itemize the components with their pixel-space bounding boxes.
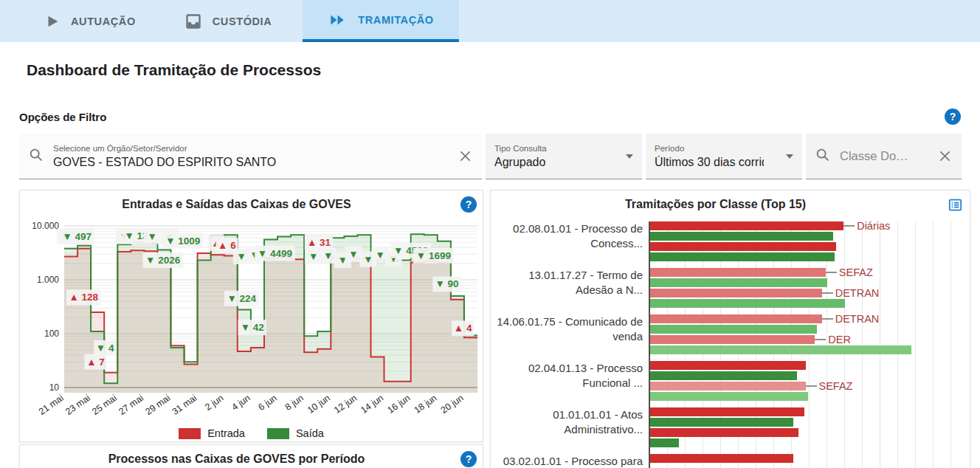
- processos-periodo-card: Processos nas Caixas de GOVES por Períod…: [19, 444, 483, 468]
- bar[interactable]: [650, 252, 835, 261]
- chevron-down-icon: [786, 154, 793, 159]
- bar[interactable]: [650, 325, 817, 334]
- classe-field[interactable]: Classe Do…: [806, 134, 962, 179]
- tab-autuacao[interactable]: AUTUAÇÃO: [27, 0, 153, 42]
- chevron-down-icon: [626, 154, 633, 159]
- clear-icon[interactable]: [937, 148, 953, 164]
- annotation-label: ▼ 4499: [258, 248, 292, 259]
- help-icon[interactable]: ?: [945, 109, 961, 125]
- help-icon[interactable]: ?: [460, 196, 477, 213]
- annotation-label: ▼: [375, 250, 384, 261]
- bar[interactable]: [650, 314, 822, 323]
- bar[interactable]: [650, 371, 797, 380]
- fast-forward-icon: [328, 12, 348, 28]
- clear-icon[interactable]: [458, 148, 473, 164]
- view-list-icon[interactable]: [948, 197, 963, 213]
- x-tick: 4 jun: [230, 393, 252, 413]
- bar-note: DER: [828, 334, 851, 345]
- x-tick: 29 mai: [143, 393, 172, 417]
- x-tick: 14 jun: [359, 393, 385, 416]
- search-icon: [28, 147, 44, 166]
- bar-group: 13.01.17.27 - Termo deAdesão a N...SEFAZ…: [495, 268, 965, 308]
- step-chart: 10.0001.0001001021 mai23 mai25 mai27 mai…: [20, 218, 483, 425]
- annotation-label: ▼: [308, 251, 318, 262]
- annotation-label: ▲ 7: [86, 357, 105, 368]
- tipo-consulta-select[interactable]: Tipo Consulta Agrupado: [486, 134, 642, 179]
- bar[interactable]: [650, 242, 836, 251]
- x-tick: 23 mai: [63, 393, 92, 417]
- category-label: 01.01.01.01 - AtosAdministrativo...: [495, 407, 649, 447]
- annotation-label: ▼ 497: [62, 231, 92, 242]
- bar[interactable]: [650, 428, 798, 437]
- annotation-label: ▼ 4: [96, 343, 114, 354]
- inbox-icon: [184, 13, 202, 30]
- periodo-label: Período: [655, 144, 774, 153]
- note-connector: [843, 225, 855, 227]
- bar[interactable]: [650, 335, 815, 344]
- bar[interactable]: [650, 232, 833, 241]
- note-connector: [822, 318, 833, 320]
- bar[interactable]: [650, 361, 806, 370]
- periodo-value: Últimos 30 dias corridos: [655, 156, 764, 169]
- bar[interactable]: [650, 407, 804, 416]
- orgao-label: Selecione um Órgão/Setor/Servidor: [53, 144, 449, 153]
- bar-group: 14.06.01.75 - Comunicado devendaDETRANDE…: [495, 314, 965, 354]
- note-connector: [822, 292, 833, 294]
- bar-note: SEFAZ: [839, 266, 873, 278]
- category-label: 14.06.01.75 - Comunicado devenda: [495, 314, 649, 354]
- bar[interactable]: [650, 278, 827, 287]
- y-tick: 1.000: [37, 275, 59, 285]
- annotation-label: ▼ 2026: [145, 255, 181, 266]
- help-icon[interactable]: ?: [460, 451, 477, 467]
- x-tick: 10 jun: [306, 393, 332, 416]
- y-tick: 100: [44, 328, 59, 339]
- tab-custodia[interactable]: CUSTÓDIA: [167, 0, 290, 42]
- tipo-consulta-label: Tipo Consulta: [494, 144, 614, 153]
- legend: Entrada Saída: [20, 425, 483, 441]
- orgao-field[interactable]: Selecione um Órgão/Setor/Servidor GOVES …: [19, 134, 482, 179]
- bar[interactable]: [650, 454, 793, 463]
- tab-label: TRAMITAÇÃO: [358, 14, 433, 26]
- search-icon: [815, 147, 831, 166]
- x-tick: 16 jun: [385, 393, 412, 416]
- orgao-value: GOVES - ESTADO DO ESPIRITO SANTO: [53, 156, 449, 169]
- periodo-select[interactable]: Período Últimos 30 dias corridos: [646, 134, 802, 179]
- category-label: 02.04.01.13 - ProcessoFuncional ...: [495, 361, 649, 401]
- x-tick: 8 jun: [283, 393, 306, 413]
- y-tick: 10.000: [32, 221, 59, 231]
- annotation-label: ▼: [363, 254, 373, 265]
- tipo-consulta-value: Agrupado: [494, 156, 604, 169]
- filter-section-title: Opções de Filtro: [19, 111, 106, 123]
- x-tick: 20 jun: [439, 393, 466, 416]
- annotation-label: ▼: [348, 249, 358, 260]
- play-icon: [44, 13, 61, 30]
- legend-label: Saída: [296, 427, 324, 439]
- bar[interactable]: [650, 392, 808, 401]
- note-connector: [815, 339, 826, 340]
- entradas-saidas-card: Entradas e Saídas das Caixas de GOVES ? …: [19, 190, 483, 442]
- bar[interactable]: [650, 418, 793, 427]
- bar[interactable]: [650, 382, 806, 390]
- bar[interactable]: [650, 221, 843, 230]
- bar-group: 01.01.01.01 - AtosAdministrativo...: [495, 407, 965, 447]
- bar[interactable]: [650, 299, 845, 308]
- category-label: 13.01.17.27 - Termo deAdesão a N...: [495, 268, 649, 308]
- note-connector: [806, 385, 817, 387]
- bar[interactable]: [650, 289, 822, 297]
- panel-title: Processos nas Caixas de GOVES por Períod…: [108, 452, 395, 466]
- bar[interactable]: [650, 268, 826, 277]
- bar-note: SEFAZ: [819, 380, 853, 392]
- bar[interactable]: [650, 438, 679, 447]
- annotation-label: ▲ 4: [454, 323, 472, 334]
- bar-note: DETRAN: [835, 313, 880, 325]
- bar-note: Diárias: [857, 220, 890, 232]
- chart-title: Entradas e Saídas das Caixas de GOVES: [122, 198, 380, 211]
- annotation-label: ▼: [148, 231, 157, 242]
- annotation-label: ▼: [237, 251, 246, 262]
- bar-group: 02.04.01.13 - ProcessoFuncional ...SEFAZ: [495, 361, 965, 401]
- tab-tramitacao[interactable]: TRAMITAÇÃO: [303, 0, 458, 42]
- bar-group: 03.02.01.01 - Processo para: [495, 454, 965, 468]
- annotation-label: ▼ 90: [435, 278, 458, 289]
- bar[interactable]: [650, 345, 911, 354]
- x-tick: 21 mai: [37, 393, 66, 417]
